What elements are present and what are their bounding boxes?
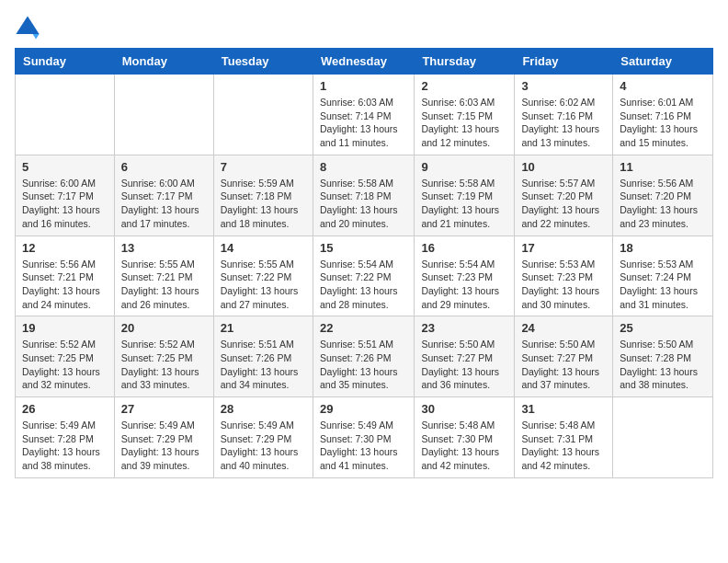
- header-thursday: Thursday: [415, 49, 515, 75]
- day-info: Sunrise: 5:50 AMSunset: 7:27 PMDaylight:…: [421, 338, 507, 392]
- day-number: 12: [22, 241, 108, 255]
- day-info: Sunrise: 5:55 AMSunset: 7:22 PMDaylight:…: [221, 258, 306, 312]
- day-info: Sunrise: 5:51 AMSunset: 7:26 PMDaylight:…: [221, 338, 306, 392]
- calendar-week-2: 5Sunrise: 6:00 AMSunset: 7:17 PMDaylight…: [16, 155, 713, 236]
- calendar-cell: 17Sunrise: 5:53 AMSunset: 7:23 PMDayligh…: [515, 236, 613, 316]
- calendar-cell: 2Sunrise: 6:03 AMSunset: 7:15 PMDaylight…: [415, 75, 515, 155]
- day-info: Sunrise: 5:57 AMSunset: 7:20 PMDaylight:…: [521, 177, 606, 231]
- day-number: 22: [320, 321, 407, 335]
- day-number: 30: [421, 402, 507, 416]
- day-number: 5: [22, 160, 108, 174]
- day-info: Sunrise: 5:59 AMSunset: 7:18 PMDaylight:…: [221, 177, 306, 231]
- day-number: 13: [121, 241, 207, 255]
- day-info: Sunrise: 5:56 AMSunset: 7:21 PMDaylight:…: [22, 258, 108, 312]
- calendar-cell: 31Sunrise: 5:48 AMSunset: 7:31 PMDayligh…: [515, 397, 613, 478]
- day-number: 2: [421, 79, 507, 93]
- day-number: 31: [521, 402, 606, 416]
- day-number: 21: [221, 321, 306, 335]
- day-number: 14: [221, 241, 306, 255]
- header-monday: Monday: [114, 49, 213, 75]
- day-info: Sunrise: 5:52 AMSunset: 7:25 PMDaylight:…: [22, 338, 108, 392]
- day-number: 10: [521, 160, 606, 174]
- calendar-cell: 21Sunrise: 5:51 AMSunset: 7:26 PMDayligh…: [213, 316, 313, 397]
- calendar-cell: 11Sunrise: 5:56 AMSunset: 7:20 PMDayligh…: [613, 155, 713, 236]
- day-info: Sunrise: 5:48 AMSunset: 7:30 PMDaylight:…: [421, 419, 507, 473]
- calendar-cell: 14Sunrise: 5:55 AMSunset: 7:22 PMDayligh…: [213, 236, 313, 316]
- calendar-cell: 15Sunrise: 5:54 AMSunset: 7:22 PMDayligh…: [313, 236, 414, 316]
- calendar-cell: 12Sunrise: 5:56 AMSunset: 7:21 PMDayligh…: [16, 236, 115, 316]
- calendar-cell: 24Sunrise: 5:50 AMSunset: 7:27 PMDayligh…: [515, 316, 613, 397]
- calendar-cell: 22Sunrise: 5:51 AMSunset: 7:26 PMDayligh…: [313, 316, 414, 397]
- day-info: Sunrise: 5:55 AMSunset: 7:21 PMDaylight:…: [121, 258, 207, 312]
- day-number: 7: [221, 160, 306, 174]
- calendar-cell: [613, 397, 713, 478]
- day-info: Sunrise: 6:03 AMSunset: 7:15 PMDaylight:…: [421, 96, 507, 150]
- header-tuesday: Tuesday: [213, 49, 313, 75]
- day-number: 28: [221, 402, 306, 416]
- day-info: Sunrise: 5:52 AMSunset: 7:25 PMDaylight:…: [121, 338, 207, 392]
- calendar-cell: 26Sunrise: 5:49 AMSunset: 7:28 PMDayligh…: [16, 397, 115, 478]
- day-number: 18: [620, 241, 706, 255]
- day-number: 19: [22, 321, 108, 335]
- calendar-cell: 23Sunrise: 5:50 AMSunset: 7:27 PMDayligh…: [415, 316, 515, 397]
- day-info: Sunrise: 5:49 AMSunset: 7:30 PMDaylight:…: [320, 419, 407, 473]
- day-number: 4: [620, 79, 706, 93]
- day-number: 16: [421, 241, 507, 255]
- day-info: Sunrise: 5:49 AMSunset: 7:29 PMDaylight:…: [121, 419, 207, 473]
- day-info: Sunrise: 5:53 AMSunset: 7:24 PMDaylight:…: [620, 258, 706, 312]
- day-number: 8: [320, 160, 407, 174]
- calendar-cell: 29Sunrise: 5:49 AMSunset: 7:30 PMDayligh…: [313, 397, 414, 478]
- day-info: Sunrise: 5:56 AMSunset: 7:20 PMDaylight:…: [620, 177, 706, 231]
- svg-marker-1: [33, 34, 40, 40]
- calendar-cell: 6Sunrise: 6:00 AMSunset: 7:17 PMDaylight…: [114, 155, 213, 236]
- day-number: 9: [421, 160, 507, 174]
- day-number: 3: [521, 79, 606, 93]
- calendar-week-5: 26Sunrise: 5:49 AMSunset: 7:28 PMDayligh…: [16, 397, 713, 478]
- day-number: 24: [521, 321, 606, 335]
- calendar-cell: 27Sunrise: 5:49 AMSunset: 7:29 PMDayligh…: [114, 397, 213, 478]
- day-info: Sunrise: 5:48 AMSunset: 7:31 PMDaylight:…: [521, 419, 606, 473]
- calendar-cell: [114, 75, 213, 155]
- calendar-cell: 30Sunrise: 5:48 AMSunset: 7:30 PMDayligh…: [415, 397, 515, 478]
- svg-marker-0: [16, 16, 39, 34]
- page-header: [15, 15, 713, 40]
- calendar-header-row: SundayMondayTuesdayWednesdayThursdayFrid…: [16, 49, 713, 75]
- logo-icon: [15, 15, 40, 40]
- header-wednesday: Wednesday: [313, 49, 414, 75]
- calendar-cell: 5Sunrise: 6:00 AMSunset: 7:17 PMDaylight…: [16, 155, 115, 236]
- calendar-cell: 28Sunrise: 5:49 AMSunset: 7:29 PMDayligh…: [213, 397, 313, 478]
- day-info: Sunrise: 5:50 AMSunset: 7:28 PMDaylight:…: [620, 338, 706, 392]
- calendar-cell: 4Sunrise: 6:01 AMSunset: 7:16 PMDaylight…: [613, 75, 713, 155]
- calendar-cell: 13Sunrise: 5:55 AMSunset: 7:21 PMDayligh…: [114, 236, 213, 316]
- day-info: Sunrise: 5:50 AMSunset: 7:27 PMDaylight:…: [521, 338, 606, 392]
- day-info: Sunrise: 6:02 AMSunset: 7:16 PMDaylight:…: [521, 96, 606, 150]
- day-number: 23: [421, 321, 507, 335]
- day-number: 15: [320, 241, 407, 255]
- day-number: 20: [121, 321, 207, 335]
- calendar-cell: 10Sunrise: 5:57 AMSunset: 7:20 PMDayligh…: [515, 155, 613, 236]
- day-info: Sunrise: 5:54 AMSunset: 7:22 PMDaylight:…: [320, 258, 407, 312]
- logo: [15, 15, 44, 40]
- calendar-cell: 25Sunrise: 5:50 AMSunset: 7:28 PMDayligh…: [613, 316, 713, 397]
- day-info: Sunrise: 5:58 AMSunset: 7:18 PMDaylight:…: [320, 177, 407, 231]
- calendar-cell: 18Sunrise: 5:53 AMSunset: 7:24 PMDayligh…: [613, 236, 713, 316]
- calendar-cell: 16Sunrise: 5:54 AMSunset: 7:23 PMDayligh…: [415, 236, 515, 316]
- day-number: 1: [320, 79, 407, 93]
- day-info: Sunrise: 5:49 AMSunset: 7:29 PMDaylight:…: [221, 419, 306, 473]
- calendar-cell: 9Sunrise: 5:58 AMSunset: 7:19 PMDaylight…: [415, 155, 515, 236]
- header-saturday: Saturday: [613, 49, 713, 75]
- day-info: Sunrise: 6:01 AMSunset: 7:16 PMDaylight:…: [620, 96, 706, 150]
- calendar-cell: 8Sunrise: 5:58 AMSunset: 7:18 PMDaylight…: [313, 155, 414, 236]
- day-info: Sunrise: 5:58 AMSunset: 7:19 PMDaylight:…: [421, 177, 507, 231]
- header-friday: Friday: [515, 49, 613, 75]
- day-number: 25: [620, 321, 706, 335]
- calendar-week-4: 19Sunrise: 5:52 AMSunset: 7:25 PMDayligh…: [16, 316, 713, 397]
- day-number: 27: [121, 402, 207, 416]
- calendar-week-3: 12Sunrise: 5:56 AMSunset: 7:21 PMDayligh…: [16, 236, 713, 316]
- calendar-cell: [213, 75, 313, 155]
- calendar-cell: 1Sunrise: 6:03 AMSunset: 7:14 PMDaylight…: [313, 75, 414, 155]
- day-info: Sunrise: 5:49 AMSunset: 7:28 PMDaylight:…: [22, 419, 108, 473]
- calendar-cell: 20Sunrise: 5:52 AMSunset: 7:25 PMDayligh…: [114, 316, 213, 397]
- day-number: 26: [22, 402, 108, 416]
- day-number: 29: [320, 402, 407, 416]
